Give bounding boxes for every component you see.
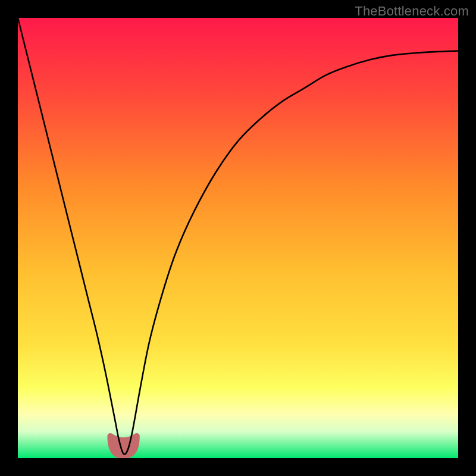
chart-frame — [18, 18, 458, 458]
gradient-background — [18, 18, 458, 458]
watermark-text: TheBottleneck.com — [355, 4, 469, 19]
chart-svg — [18, 18, 458, 458]
